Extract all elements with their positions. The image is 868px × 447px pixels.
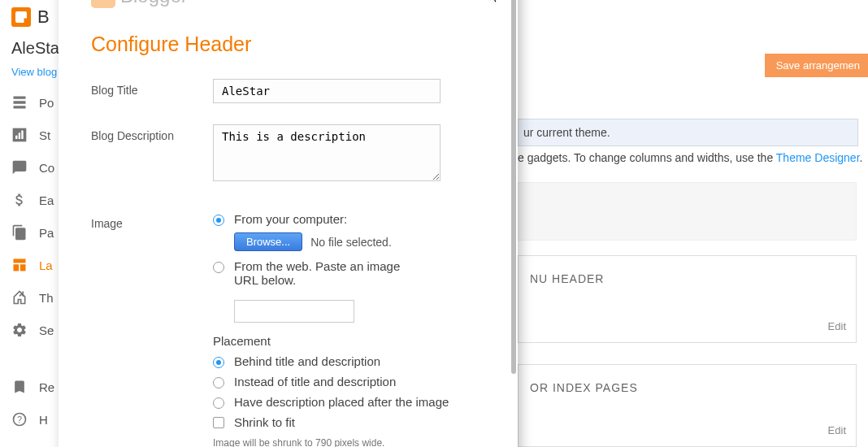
from-computer-label: From your computer: [234,212,347,226]
radio-placement-after[interactable] [213,397,224,409]
earnings-icon [11,192,28,208]
nav-label: La [39,258,53,272]
gadget-index-pages[interactable]: OR INDEX PAGES Edit [518,364,857,447]
blog-description-label: Blog Description [91,124,213,142]
nav-label: Re [39,380,54,394]
nav-label: Co [39,161,54,175]
nav-label: Pa [39,226,54,240]
image-label: Image [91,212,213,230]
nav-label: H [39,413,48,427]
scrollbar-thumb[interactable] [511,0,516,374]
shrink-label: Shrink to fit [234,415,295,429]
stats-icon [11,127,28,143]
radio-from-web[interactable] [213,262,224,273]
placement-opt-label: Behind title and description [234,354,380,368]
gadget-title: OR INDEX PAGES [530,381,844,394]
no-file-text: No file selected. [310,236,392,249]
browse-button[interactable]: Browse... [234,232,302,251]
dialog-title: Configure Header [59,18,518,74]
blogger-logo: Blogger [59,0,518,18]
blogger-text: Blogger [120,0,188,7]
edit-link[interactable]: Edit [828,320,846,332]
gadget-spacer [518,182,857,241]
pages-icon [11,224,28,241]
radio-placement-instead[interactable] [213,377,224,388]
nav-label: Se [39,323,54,337]
gadget-title: NU HEADER [530,272,844,285]
theme-designer-link[interactable]: Theme Designer [776,151,860,164]
bookmark-icon [11,379,28,395]
layout-icon [11,257,28,273]
blogger-icon [11,7,31,27]
blog-description-input[interactable] [213,124,441,181]
svg-rect-2 [19,133,20,140]
save-arrangement-button[interactable]: Save arrangemen [765,54,868,77]
blogger-icon [91,0,115,8]
from-web-label: From the web. Paste an image URL below. [234,259,413,287]
comments-icon [11,159,28,176]
posts-icon [11,94,28,111]
svg-rect-3 [22,131,24,139]
cursor-icon [490,0,500,3]
nav-label: Th [39,291,54,305]
configure-header-dialog: Blogger Configure Header Blog Title Blog… [59,0,518,447]
image-url-input[interactable] [234,300,354,323]
edit-link[interactable]: Edit [828,424,846,436]
nav-label: Ea [39,193,54,207]
radio-placement-behind[interactable] [213,357,224,368]
placement-opt-label: Have description placed after the image [234,395,449,409]
gadget-menu-header[interactable]: NU HEADER Edit [518,255,857,343]
checkbox-shrink[interactable] [213,417,224,428]
info-text: e gadgets. To change columns and widths,… [518,151,862,164]
info-banner: ur current theme. [518,119,858,146]
shrink-hint: Image will be shrunk to 790 pixels wide. [213,437,485,447]
nav-label: St [39,128,50,142]
theme-icon [11,289,28,306]
help-icon: ? [11,411,28,427]
svg-text:?: ? [17,414,22,424]
settings-icon [11,322,28,338]
placement-label: Placement [213,334,485,348]
logo-text: B [37,7,50,28]
nav-label: Po [39,96,54,110]
dialog-scrollbar[interactable] [511,0,516,447]
svg-rect-1 [15,136,17,139]
blog-title-input[interactable] [213,79,441,103]
layout-canvas: Save arrangemen ur current theme. e gadg… [518,0,868,447]
placement-opt-label: Instead of title and description [234,375,396,388]
radio-from-computer[interactable] [213,215,224,226]
blog-title-label: Blog Title [91,79,213,97]
